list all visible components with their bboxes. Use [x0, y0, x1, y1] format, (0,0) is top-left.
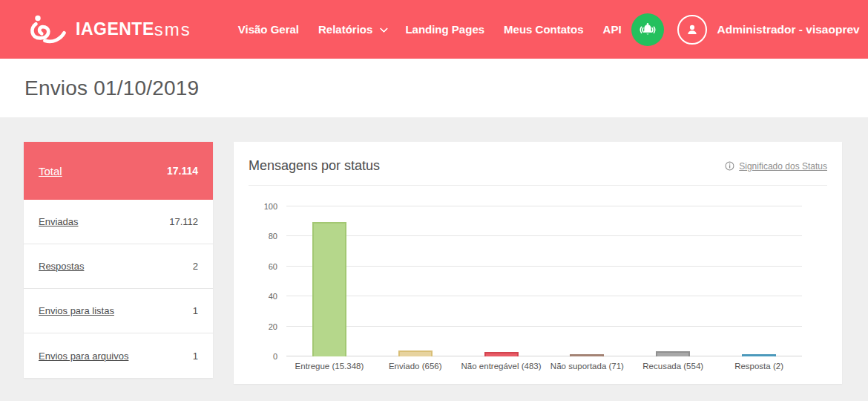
person-icon: [684, 22, 700, 38]
user-label: Administrador - visaoprev: [717, 23, 860, 36]
bar-slot: [372, 206, 458, 356]
panel-title: Mensagens por status: [249, 158, 380, 174]
messages-status-panel: Mensagens por status Significado dos Sta…: [234, 142, 842, 384]
sidebar-item-label: Envios para listas: [39, 305, 114, 316]
brand-logo[interactable]: IAGENTE sms: [28, 13, 191, 46]
nav-item-visao-geral[interactable]: Visão Geral: [238, 23, 299, 36]
y-tick-label: 100: [264, 202, 277, 211]
sidebar-item-value: 2: [193, 261, 198, 272]
bar-slot: [458, 206, 545, 356]
ringing-bell-icon: [637, 21, 658, 39]
bar-6: [742, 354, 776, 356]
sidebar-item-value: 1: [193, 351, 198, 362]
sidebar-item-label: Respostas: [39, 261, 84, 272]
sidebar-item-label: Total: [39, 165, 62, 177]
x-axis-category-label: Enviado (656): [372, 362, 458, 371]
bar-4: [570, 354, 604, 356]
main-menu: Visão Geral Relatórios Landing Pages Meu…: [228, 23, 631, 36]
bar-slot: [544, 206, 630, 356]
x-axis-category-label: Entregue (15.348): [286, 362, 372, 371]
sidebar-item-value: 17.114: [167, 165, 198, 177]
user-avatar: [677, 15, 707, 45]
sidebar-item-label: Envios para arquivos: [39, 351, 128, 362]
content-area: Total 17.114 Enviadas 17.112 Respostas 2…: [0, 117, 868, 384]
sidebar-item-value: 17.112: [169, 216, 198, 227]
bar-slot: [630, 206, 716, 356]
sidebar-item-label: Enviadas: [39, 216, 78, 227]
user-menu[interactable]: Administrador - visaoprev: [677, 15, 868, 45]
brand-name-light: sms: [154, 19, 191, 40]
bar-3: [484, 352, 519, 356]
y-tick-label: 40: [269, 292, 277, 301]
bar-5: [656, 351, 690, 356]
nav-item-relatorios[interactable]: Relatórios: [318, 23, 386, 36]
y-tick-label: 80: [269, 232, 277, 241]
bar-chart: 020406080100: [286, 206, 802, 356]
brand-name-bold: IAGENTE: [76, 19, 154, 39]
summary-sidebar: Total 17.114 Enviadas 17.112 Respostas 2…: [24, 142, 213, 378]
chevron-down-icon: [380, 24, 388, 32]
panel-header: Mensagens por status Significado dos Sta…: [249, 158, 827, 186]
sidebar-item-value: 1: [193, 305, 198, 316]
x-axis-category-label: Não suportada (71): [544, 362, 630, 371]
y-tick-label: 0: [273, 352, 277, 361]
x-labels-row: Entregue (15.348)Enviado (656)Não entreg…: [286, 362, 802, 371]
sidebar-item-respostas[interactable]: Respostas 2: [24, 244, 213, 289]
nav-item-landing-pages[interactable]: Landing Pages: [405, 23, 484, 36]
y-tick-label: 20: [269, 322, 277, 331]
x-axis-category-label: Recusada (554): [630, 362, 716, 371]
sidebar-item-envios-para-arquivos[interactable]: Envios para arquivos 1: [24, 333, 213, 378]
iagente-logo-icon: [28, 13, 76, 46]
page-title: Envios 01/10/2019: [24, 76, 199, 100]
sidebar-item-enviadas[interactable]: Enviadas 17.112: [24, 200, 213, 244]
page-header: Envios 01/10/2019: [0, 59, 868, 117]
nav-right-section: Administrador - visaoprev: [631, 13, 868, 46]
sidebar-item-envios-para-listas[interactable]: Envios para listas 1: [24, 289, 213, 333]
plot-area: 020406080100: [286, 206, 802, 356]
y-tick-label: 60: [269, 262, 277, 271]
status-meaning-link[interactable]: Significado dos Status: [725, 161, 827, 172]
sidebar-item-total[interactable]: Total 17.114: [24, 142, 213, 200]
x-axis-category-label: Resposta (2): [716, 362, 802, 371]
x-axis-category-label: Não entregável (483): [458, 362, 545, 371]
bar-2: [398, 351, 433, 356]
nav-item-meus-contatos[interactable]: Meus Contatos: [504, 23, 584, 36]
bar-1: [312, 222, 346, 356]
notifications-button[interactable]: [631, 13, 664, 46]
info-icon: [725, 161, 734, 171]
top-navigation-bar: IAGENTE sms Visão Geral Relatórios Landi…: [0, 0, 868, 59]
bars-row: [286, 206, 802, 356]
nav-item-api[interactable]: API: [603, 23, 622, 36]
bar-slot: [716, 206, 802, 356]
bar-slot: [286, 206, 372, 356]
